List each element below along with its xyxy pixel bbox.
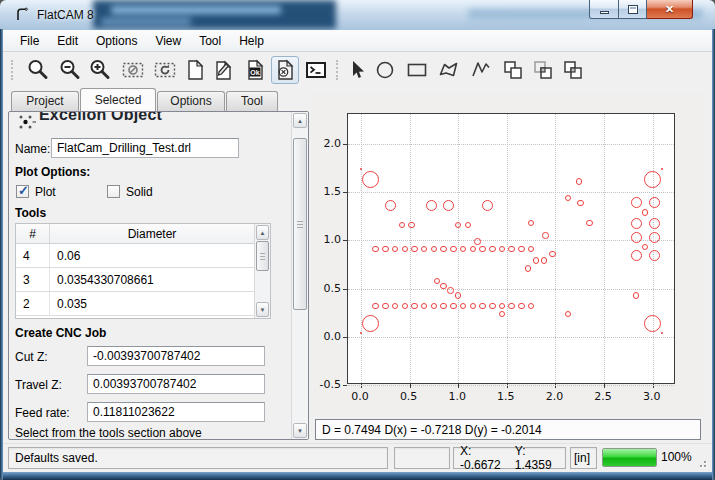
drill-hole-marker xyxy=(402,303,409,310)
tab-selected[interactable]: Selected xyxy=(80,88,156,111)
polygon-tool-button[interactable] xyxy=(435,56,463,84)
zoom-out-button[interactable] xyxy=(56,56,84,84)
panel-scrollbar[interactable]: ▲ ▼ xyxy=(291,112,308,439)
table-row[interactable]: 3 0.0354330708661 xyxy=(16,268,254,292)
scroll-up-icon[interactable]: ▲ xyxy=(293,113,307,128)
name-input[interactable] xyxy=(51,138,239,158)
y-tick-label: 0.0 xyxy=(313,330,341,343)
plot-canvas[interactable]: -0.50.00.51.01.52.0 0.00.51.01.52.02.53.… xyxy=(313,92,704,416)
plot-checkbox[interactable] xyxy=(16,185,29,198)
y-tick-label: 1.5 xyxy=(313,185,341,198)
scroll-down-icon[interactable]: ▼ xyxy=(293,423,307,438)
menu-tool[interactable]: Tool xyxy=(190,31,230,51)
shell-button[interactable] xyxy=(302,56,330,84)
menu-edit[interactable]: Edit xyxy=(48,31,87,51)
x-tick-label: 0.0 xyxy=(351,390,369,403)
zoom-in-button[interactable] xyxy=(86,56,114,84)
intersect-tool-button[interactable] xyxy=(529,56,557,84)
menu-file[interactable]: File xyxy=(11,31,48,51)
drill-hole-marker xyxy=(649,197,660,208)
zoom-in-icon xyxy=(88,58,112,82)
units-label: [in] xyxy=(574,451,590,465)
solid-checkbox[interactable] xyxy=(107,185,120,198)
drill-hole-marker xyxy=(479,303,486,310)
clear-plot-button[interactable] xyxy=(119,56,147,84)
plot-checkbox-label[interactable]: Plot xyxy=(35,185,56,199)
y-tick-label: 0.5 xyxy=(313,282,341,295)
coord-x: X: -0.6672 xyxy=(460,444,508,472)
drill-hole-marker xyxy=(586,220,593,227)
toolbar: Ok xyxy=(3,52,712,88)
gridline-y xyxy=(348,192,674,193)
feedrate-label: Feed rate: xyxy=(15,406,70,420)
menu-options[interactable]: Options xyxy=(87,31,146,51)
y-tick-label: 2.0 xyxy=(313,137,341,150)
edit-pencil-icon xyxy=(211,58,235,82)
toolbar-handle[interactable] xyxy=(11,60,14,80)
resize-grip[interactable] xyxy=(696,457,706,467)
titlebar[interactable]: FlatCAM 8 ✕ xyxy=(0,0,715,30)
scroll-up-icon[interactable]: ▲ xyxy=(256,225,269,240)
col-header-diameter[interactable]: Diameter xyxy=(50,224,254,243)
units-box: [in] xyxy=(570,447,597,469)
select-cursor-icon xyxy=(345,58,369,82)
background-glass-text-2 xyxy=(468,22,588,29)
toolbar-handle-2[interactable] xyxy=(336,60,339,80)
intersect-tool-icon xyxy=(531,58,555,82)
ok-button[interactable]: Ok xyxy=(241,56,269,84)
replot-button[interactable] xyxy=(151,56,179,84)
drill-hole-marker xyxy=(499,246,506,253)
drill-hole-marker xyxy=(421,303,428,310)
rectangle-tool-button[interactable] xyxy=(403,56,431,84)
y-tick xyxy=(343,144,347,145)
feedrate-input[interactable] xyxy=(87,402,265,422)
subtract-tool-button[interactable] xyxy=(559,56,587,84)
cancel-button[interactable] xyxy=(271,56,299,84)
window-title: FlatCAM 8 xyxy=(37,8,94,22)
plot-options-label: Plot Options: xyxy=(15,165,90,179)
circle-tool-icon xyxy=(373,58,397,82)
drill-hole-marker xyxy=(443,200,454,211)
zoom-fit-button[interactable] xyxy=(24,56,52,84)
edit-drawing-button[interactable] xyxy=(209,56,237,84)
menu-view[interactable]: View xyxy=(146,31,190,51)
close-button[interactable]: ✕ xyxy=(647,0,693,19)
union-tool-button[interactable] xyxy=(499,56,527,84)
drill-hole-marker xyxy=(392,303,399,310)
minimize-button[interactable] xyxy=(589,0,619,19)
path-tool-button[interactable] xyxy=(467,56,495,84)
gridline-y xyxy=(348,337,674,338)
tab-options[interactable]: Options xyxy=(157,91,225,111)
table-scrollbar[interactable]: ▲ ▼ xyxy=(254,224,270,318)
maximize-button[interactable] xyxy=(619,0,647,19)
circle-tool-button[interactable] xyxy=(371,56,399,84)
drill-hole-marker xyxy=(431,303,438,310)
drill-hole-marker xyxy=(465,222,472,229)
cutz-input[interactable] xyxy=(87,346,265,366)
window-left-border xyxy=(0,29,3,480)
table-row[interactable]: 4 0.06 xyxy=(16,244,254,268)
scroll-down-icon[interactable]: ▼ xyxy=(256,302,269,317)
tab-tool[interactable]: Tool xyxy=(226,91,278,111)
y-tick xyxy=(343,289,347,290)
menu-help[interactable]: Help xyxy=(230,31,273,51)
plot-axes[interactable] xyxy=(347,113,675,384)
drill-hole-marker xyxy=(528,220,535,227)
gridline-x xyxy=(604,114,605,383)
tab-project[interactable]: Project xyxy=(11,91,79,111)
clear-plot-icon xyxy=(121,58,145,82)
solid-checkbox-label[interactable]: Solid xyxy=(126,185,153,199)
drill-hole-marker xyxy=(644,171,661,188)
union-tool-icon xyxy=(501,58,525,82)
select-tool-button[interactable] xyxy=(343,56,371,84)
new-project-button[interactable] xyxy=(181,56,209,84)
table-row[interactable]: 2 0.035 xyxy=(16,292,254,316)
y-tick-label: 1.0 xyxy=(313,233,341,246)
drill-hole-marker xyxy=(525,265,532,272)
measure-readout: D = 0.7494 D(x) = -0.7218 D(y) = -0.2014 xyxy=(315,419,701,440)
table-scrollbar-thumb[interactable] xyxy=(256,241,269,271)
col-header-num[interactable]: # xyxy=(16,224,50,243)
panel-scrollbar-thumb[interactable] xyxy=(293,138,307,310)
panel-title-clipped: Excellon Object xyxy=(39,112,259,126)
travelz-input[interactable] xyxy=(87,374,265,394)
